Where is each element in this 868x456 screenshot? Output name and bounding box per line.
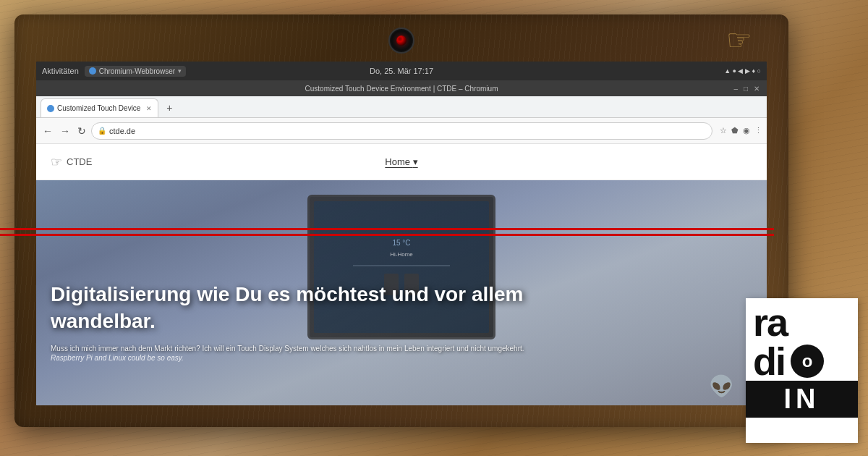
tab-favicon-icon <box>47 105 54 112</box>
hero-subtext: Muss ich mich immer nach dem Markt richt… <box>51 343 564 354</box>
minimize-button[interactable]: – <box>732 85 739 93</box>
site-logo: ☞ CTDE <box>51 154 92 170</box>
website-content: ☞ CTDE Home ▾ <box>36 144 767 405</box>
browser-titlebar: Customized Touch Device Environment | CT… <box>36 80 767 96</box>
os-system-indicators: ▲ ● ◀ ▶ ♦ ○ <box>724 67 761 75</box>
lock-icon: 🔒 <box>98 127 106 135</box>
browser-toolbar-icons: ☆ ⬟ ◉ ⋮ <box>720 126 762 135</box>
browser-window: Customized Touch Device Environment | CT… <box>36 80 767 405</box>
os-topbar-left: Aktivitäten Chromium-Webbrowser ▾ <box>42 66 186 77</box>
tab-label: Customized Touch Device <box>57 104 140 112</box>
radio-in-logo: ra di o IN <box>746 298 858 443</box>
nav-home[interactable]: Home ▾ <box>385 156 417 167</box>
radio-in-in-text: IN <box>784 384 820 415</box>
new-tab-button[interactable]: + <box>161 100 177 116</box>
red-line-top <box>0 228 774 230</box>
site-navigation: Home ▾ <box>385 156 417 167</box>
radio-in-di-row: di o <box>746 342 858 381</box>
os-activities-button[interactable]: Aktivitäten <box>42 67 79 75</box>
hero-raspberry-label: Raspberry Pi and Linux could be so easy. <box>51 354 564 362</box>
address-text: ctde.de <box>109 127 135 135</box>
forward-button[interactable]: → <box>58 124 72 138</box>
browser-dot-icon <box>89 67 96 75</box>
os-browser-pill[interactable]: Chromium-Webbrowser ▾ <box>85 66 186 77</box>
inner-monitor-temp: 15 °C <box>392 239 410 247</box>
radio-in-di-text: di <box>753 342 785 381</box>
address-bar: ← → ↻ 🔒 ctde.de ☆ ⬟ ◉ ⋮ <box>36 118 767 144</box>
reload-button[interactable]: ↻ <box>75 124 88 138</box>
browser-title: Customized Touch Device Environment | CT… <box>305 85 498 93</box>
monitor-frame: ☞ Aktivitäten Chromium-Webbrowser ▾ Do, … <box>14 14 788 427</box>
more-icon[interactable]: ⋮ <box>754 126 762 135</box>
maximize-button[interactable]: □ <box>742 85 749 93</box>
hero-text-overlay: Digitalisierung wie Du es möchtest und v… <box>51 282 564 362</box>
os-browser-arrow: ▾ <box>178 67 182 75</box>
alien-icon: 👽 <box>709 374 734 398</box>
extensions-icon[interactable]: ⬟ <box>731 126 739 135</box>
browser-window-controls: – □ ✕ <box>732 85 761 93</box>
radio-in-ra-text: ra <box>753 303 851 342</box>
tab-close-button[interactable]: ✕ <box>146 105 152 112</box>
browser-tab-ctde[interactable]: Customized Touch Device ✕ <box>41 98 158 117</box>
camera-icon <box>388 28 414 54</box>
hero-headline: Digitalisierung wie Du es möchtest und v… <box>51 282 564 334</box>
close-button[interactable]: ✕ <box>752 85 761 93</box>
back-button[interactable]: ← <box>41 124 55 138</box>
radio-in-in-row: IN <box>746 381 858 418</box>
site-logo-icon: ☞ <box>51 154 62 170</box>
bookmark-star-icon[interactable]: ☆ <box>720 126 727 135</box>
profile-icon[interactable]: ◉ <box>743 126 750 135</box>
touch-icon: ☞ <box>726 23 752 56</box>
site-header: ☞ CTDE Home ▾ <box>36 144 767 180</box>
radio-in-ra-row: ra <box>746 298 858 342</box>
tab-bar: Customized Touch Device ✕ + <box>36 96 767 118</box>
site-hero: 15 °C Hi-Home Digitalisierung wie Du es … <box>36 180 767 405</box>
os-topbar-right: ▲ ● ◀ ▶ ♦ ○ <box>724 67 761 75</box>
os-datetime: Do, 25. Mär 17:17 <box>370 67 433 75</box>
radio-in-o-text: o <box>802 351 813 371</box>
os-browser-label: Chromium-Webbrowser <box>99 67 175 75</box>
radio-in-o-circle: o <box>791 345 824 378</box>
red-line-bottom <box>0 234 774 236</box>
os-topbar: Aktivitäten Chromium-Webbrowser ▾ Do, 25… <box>36 62 767 80</box>
inner-monitor-label: Hi-Home <box>390 251 413 258</box>
address-input[interactable]: 🔒 ctde.de <box>91 122 712 140</box>
site-logo-text: CTDE <box>67 156 92 167</box>
